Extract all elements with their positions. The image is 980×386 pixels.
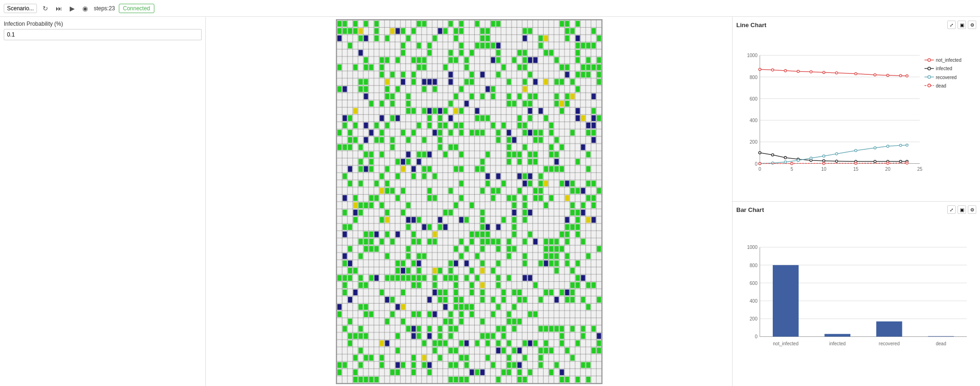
left-panel: Infection Probability (%) — [0, 17, 206, 386]
bar-chart-section: Bar Chart ⤢ ▣ ⚙ 02004006008001000not_inf… — [733, 202, 980, 386]
line-chart-tools: ⤢ ▣ ⚙ — [947, 21, 976, 29]
scenario-button[interactable]: Scenario... — [4, 4, 37, 13]
svg-rect-88 — [773, 265, 799, 337]
bar-chart-body: 02004006008001000not_infectedinfectedrec… — [736, 216, 976, 382]
svg-rect-94 — [928, 336, 954, 337]
line-chart-section: Line Chart ⤢ ▣ ⚙ 02004006008001000051015… — [733, 17, 980, 202]
svg-point-59 — [855, 162, 857, 164]
svg-point-66 — [928, 67, 930, 70]
svg-text:recovered: recovered — [879, 341, 900, 346]
svg-point-60 — [886, 162, 889, 164]
svg-point-69 — [928, 76, 930, 79]
svg-point-61 — [906, 162, 908, 164]
svg-point-34 — [784, 156, 786, 159]
step-forward-button[interactable]: ⏭ — [54, 4, 64, 13]
bar-chart-tools: ⤢ ▣ ⚙ — [947, 205, 976, 214]
svg-text:600: 600 — [749, 96, 757, 102]
svg-text:not_infected: not_infected — [936, 58, 961, 63]
svg-text:1000: 1000 — [747, 245, 758, 250]
steps-label: steps:23 — [94, 5, 115, 12]
svg-text:dead: dead — [936, 341, 946, 346]
svg-point-32 — [759, 152, 761, 154]
svg-point-21 — [771, 69, 774, 71]
svg-point-46 — [784, 161, 786, 163]
svg-text:infected: infected — [936, 66, 952, 71]
svg-point-52 — [874, 147, 876, 149]
svg-text:0: 0 — [755, 334, 758, 339]
svg-point-51 — [855, 149, 857, 152]
svg-point-28 — [874, 73, 876, 76]
line-chart-settings-button[interactable]: ⚙ — [968, 21, 976, 29]
svg-text:infected: infected — [829, 341, 846, 346]
svg-text:0: 0 — [755, 161, 758, 167]
svg-text:not_infected: not_infected — [773, 341, 799, 346]
svg-rect-92 — [876, 321, 902, 336]
svg-point-31 — [906, 75, 908, 77]
svg-text:20: 20 — [885, 167, 891, 172]
svg-point-20 — [759, 68, 761, 71]
svg-text:800: 800 — [749, 75, 757, 80]
svg-point-30 — [900, 74, 902, 77]
line-chart-expand-button[interactable]: ⤢ — [947, 21, 956, 29]
center-panel — [206, 17, 732, 386]
svg-text:recovered: recovered — [936, 75, 957, 80]
svg-point-47 — [797, 159, 799, 161]
bar-chart-settings-button[interactable]: ⚙ — [968, 205, 976, 214]
bar-chart-svg: 02004006008001000not_infectedinfectedrec… — [736, 216, 976, 382]
main-content: Infection Probability (%) Line Chart ⤢ ▣… — [0, 17, 980, 386]
bar-chart-header: Bar Chart ⤢ ▣ ⚙ — [736, 205, 976, 214]
svg-point-24 — [810, 71, 812, 73]
line-chart-body: 020040060080010000510152025not_infectedi… — [736, 31, 976, 197]
svg-text:dead: dead — [936, 83, 946, 88]
bar-chart-window-button[interactable]: ▣ — [958, 205, 966, 214]
line-chart-window-button[interactable]: ▣ — [958, 21, 966, 29]
line-chart-header: Line Chart ⤢ ▣ ⚙ — [736, 21, 976, 29]
svg-point-33 — [771, 154, 774, 156]
svg-point-55 — [906, 144, 908, 146]
svg-point-22 — [784, 70, 786, 72]
svg-point-40 — [874, 160, 876, 162]
svg-point-48 — [810, 157, 812, 160]
svg-point-42 — [900, 160, 902, 162]
svg-point-37 — [823, 160, 825, 162]
svg-point-27 — [855, 73, 857, 75]
bar-chart-title: Bar Chart — [736, 206, 764, 213]
line-chart-svg: 020040060080010000510152025not_infectedi… — [736, 31, 976, 197]
svg-text:0: 0 — [758, 167, 761, 172]
svg-text:5: 5 — [791, 167, 793, 172]
stop-button[interactable]: ◉ — [80, 4, 90, 13]
svg-point-29 — [886, 74, 889, 77]
svg-point-58 — [823, 162, 825, 165]
topbar: Scenario... ↻ ⏭ ▶ ◉ steps:23 Connected — [0, 0, 980, 17]
refresh-button[interactable]: ↻ — [41, 4, 50, 13]
bar-chart-expand-button[interactable]: ⤢ — [947, 205, 956, 214]
svg-text:10: 10 — [821, 167, 827, 172]
svg-text:400: 400 — [749, 118, 757, 123]
right-panel: Line Chart ⤢ ▣ ⚙ 02004006008001000051015… — [732, 17, 980, 386]
svg-text:200: 200 — [749, 316, 757, 321]
svg-point-49 — [823, 155, 825, 157]
grid-canvas — [337, 20, 602, 383]
svg-point-54 — [900, 144, 902, 146]
svg-text:1000: 1000 — [747, 53, 758, 58]
svg-point-56 — [759, 162, 761, 165]
svg-point-25 — [823, 71, 825, 73]
play-button[interactable]: ▶ — [68, 4, 77, 13]
svg-text:200: 200 — [749, 139, 757, 145]
svg-point-50 — [835, 153, 838, 155]
connected-badge: Connected — [119, 4, 154, 13]
line-chart-title: Line Chart — [736, 22, 766, 29]
svg-text:25: 25 — [917, 167, 923, 172]
svg-point-26 — [835, 72, 838, 74]
svg-text:400: 400 — [749, 299, 757, 304]
svg-rect-90 — [825, 334, 850, 337]
svg-point-53 — [886, 145, 889, 147]
step-forward-icon: ⏭ — [56, 5, 62, 12]
param-label: Infection Probability (%) — [4, 21, 202, 27]
svg-point-63 — [928, 58, 930, 61]
svg-point-57 — [791, 162, 793, 165]
svg-text:600: 600 — [749, 281, 757, 286]
infection-probability-input[interactable] — [4, 29, 202, 40]
svg-text:800: 800 — [749, 263, 757, 268]
stop-icon: ◉ — [82, 5, 88, 12]
